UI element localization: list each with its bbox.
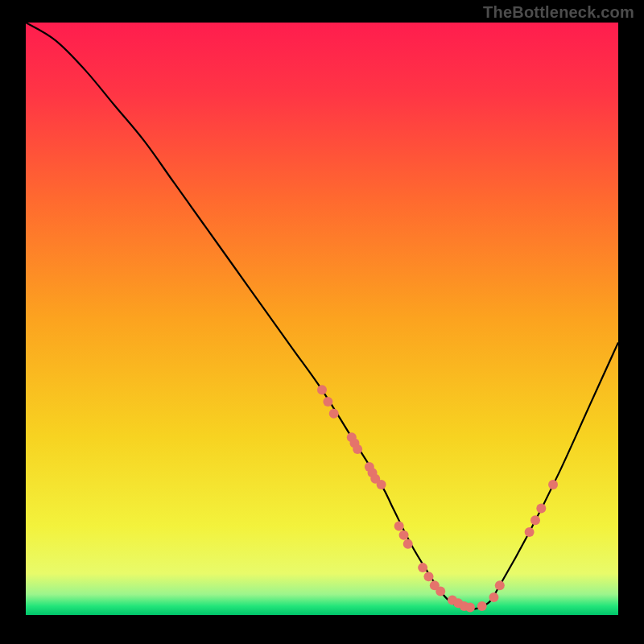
scatter-point xyxy=(548,480,558,489)
scatter-point xyxy=(536,504,546,514)
scatter-point xyxy=(394,522,404,531)
scatter-point xyxy=(423,572,433,581)
scatter-points xyxy=(317,385,558,612)
scatter-point xyxy=(317,385,327,394)
scatter-point xyxy=(436,587,445,597)
scatter-point xyxy=(418,563,427,572)
scatter-point xyxy=(465,602,475,612)
scatter-point xyxy=(403,539,413,549)
scatter-point xyxy=(399,530,409,540)
scatter-point xyxy=(525,527,535,537)
watermark-label: TheBottleneck.com xyxy=(483,3,634,22)
curve-layer xyxy=(26,23,618,615)
scatter-point xyxy=(323,397,332,407)
scatter-point xyxy=(489,592,498,602)
scatter-point xyxy=(495,580,505,590)
scatter-point xyxy=(329,409,339,419)
scatter-point xyxy=(353,444,362,454)
plot-area xyxy=(26,23,618,615)
scatter-point xyxy=(530,515,540,525)
bottleneck-curve xyxy=(26,23,618,609)
chart-container: TheBottleneck.com xyxy=(0,0,644,644)
scatter-point xyxy=(377,480,386,489)
scatter-point xyxy=(477,601,487,611)
